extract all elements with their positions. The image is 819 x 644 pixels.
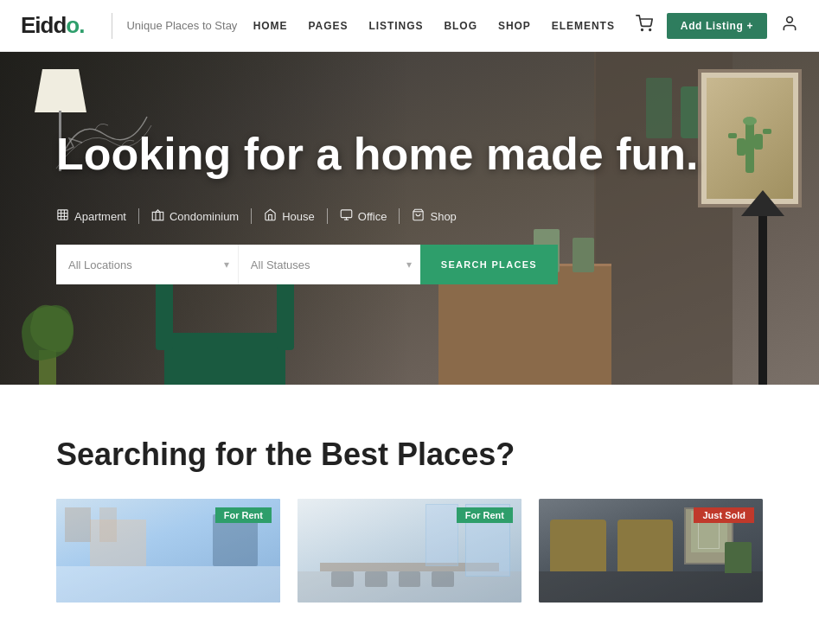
user-icon[interactable] — [781, 15, 798, 36]
listing-cards: For Rent For Rent — [56, 499, 763, 603]
listing-card-2[interactable]: For Rent — [298, 499, 521, 603]
main-nav: HOME PAGES LISTINGS BLOG SHOP ELEMENTS — [253, 20, 615, 32]
hero-tab-shop[interactable]: Shop — [412, 205, 456, 227]
condominium-icon — [151, 208, 164, 224]
nav-item-elements[interactable]: ELEMENTS — [552, 20, 615, 32]
nav-item-home[interactable]: HOME — [253, 20, 288, 32]
listing-card-1[interactable]: For Rent — [56, 499, 280, 603]
svg-point-2 — [787, 17, 793, 23]
apartment-tab-label: Apartment — [74, 210, 126, 223]
svg-point-1 — [649, 29, 651, 31]
navbar-divider — [112, 13, 112, 39]
site-logo[interactable]: Eiddo. — [21, 12, 84, 39]
status-select[interactable]: All Statuses — [239, 245, 420, 284]
hero-tab-condominium[interactable]: Condominium — [151, 205, 239, 227]
best-places-section: Searching for the Best Places? For Rent — [0, 385, 819, 637]
hero-tab-house[interactable]: House — [264, 205, 315, 227]
best-places-title: Searching for the Best Places? — [56, 437, 763, 473]
add-listing-button[interactable]: Add Listing + — [667, 13, 767, 39]
navbar-actions: Add Listing + — [636, 13, 798, 39]
search-button[interactable]: SEARCH PLACES — [420, 245, 558, 284]
card-2-badge: For Rent — [457, 507, 513, 523]
plant-left — [17, 298, 86, 385]
status-select-wrap: All Statuses — [238, 245, 420, 284]
condominium-tab-label: Condominium — [170, 210, 239, 223]
card-1-badge: For Rent — [215, 507, 272, 523]
apartment-icon — [56, 208, 69, 224]
hero-search-box: All Locations All Statuses SEARCH PLACES — [56, 245, 558, 284]
hero-tab-office[interactable]: Office — [340, 205, 387, 227]
nav-item-blog[interactable]: BLOG — [444, 20, 477, 32]
tab-sep-2 — [251, 208, 252, 224]
listing-card-3[interactable]: Just Sold — [539, 499, 763, 603]
navbar-tagline: Unique Places to Stay — [126, 19, 237, 32]
logo-dot: o. — [66, 12, 84, 39]
card-3-badge: Just Sold — [694, 507, 754, 523]
svg-rect-15 — [341, 210, 352, 218]
location-select[interactable]: All Locations — [56, 245, 238, 284]
location-select-wrap: All Locations — [56, 245, 238, 284]
hero-content: Looking for a home made fun. Apartment — [0, 52, 819, 284]
svg-rect-14 — [152, 213, 163, 220]
shop-icon — [412, 208, 425, 224]
cart-icon[interactable] — [636, 15, 653, 36]
svg-rect-9 — [58, 210, 67, 220]
navbar: Eiddo. Unique Places to Stay HOME PAGES … — [0, 0, 819, 52]
office-tab-label: Office — [358, 210, 387, 223]
nav-item-shop[interactable]: SHOP — [498, 20, 531, 32]
office-icon — [340, 208, 353, 224]
svg-point-0 — [642, 29, 643, 31]
hero-section: Looking for a home made fun. Apartment — [0, 52, 819, 385]
hero-tabs: Apartment Condominium House — [56, 205, 763, 227]
house-tab-label: House — [282, 210, 315, 223]
hero-title: Looking for a home made fun. — [56, 130, 763, 179]
tab-sep-1 — [138, 208, 139, 224]
tab-sep-4 — [399, 208, 400, 224]
shop-tab-label: Shop — [430, 210, 456, 223]
nav-item-pages[interactable]: PAGES — [309, 20, 349, 32]
hero-tab-apartment[interactable]: Apartment — [56, 205, 126, 227]
tab-sep-3 — [327, 208, 328, 224]
house-icon — [264, 208, 277, 224]
nav-item-listings[interactable]: LISTINGS — [368, 20, 423, 32]
logo-text: Eidd — [21, 12, 66, 39]
